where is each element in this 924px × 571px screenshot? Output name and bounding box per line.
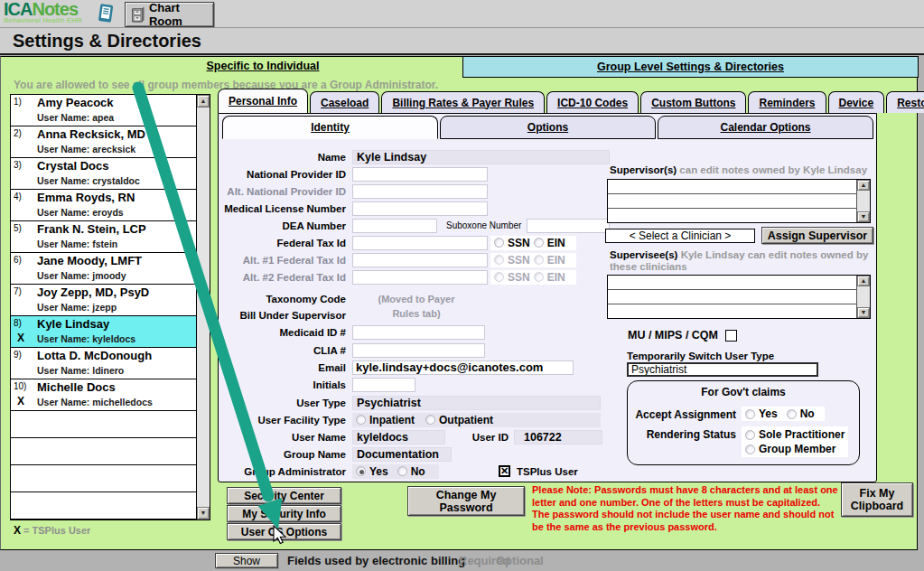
initials-input[interactable] [352,378,415,392]
subtab-identity[interactable]: Identity [222,116,438,139]
assign-supervisor-button[interactable]: Assign Supervisor [761,227,873,244]
group-admin-yes-radio[interactable] [356,466,366,476]
clia-row: CLIA # [223,342,485,358]
select-clinician-dropdown[interactable]: < Select a Clinician > [605,229,755,243]
user-type-label: User Type [223,398,346,408]
tab-restore-deleted[interactable]: Restore Deleted [886,91,924,113]
user-list-item[interactable]: 8)Kyle LindsayUser Name: kyleldocsX [11,316,196,348]
group-admin-no-radio[interactable] [397,466,407,476]
ssn-radio[interactable] [494,238,504,248]
scroll-down-icon[interactable]: ▼ [857,307,870,318]
bill-under-row: Bill Under Supervisor [223,307,352,323]
chart-room-button[interactable]: Chart Room [125,2,214,27]
accept-no-radio[interactable] [787,409,797,419]
medicaid-input[interactable] [352,325,485,340]
name-field[interactable]: Kyle Lindsay [352,150,610,164]
alt1-ein-radio[interactable] [534,255,544,265]
user-name-field[interactable]: kyleldocs [352,430,445,445]
user-list-item[interactable]: 6)Jane Moody, LMFTUser Name: jmoody [11,253,196,285]
outpatient-radio[interactable] [425,415,435,425]
npi-input[interactable] [352,167,488,182]
security-center-button[interactable]: Security Center [227,487,341,504]
subtab-options[interactable]: Options [440,116,656,139]
my-security-info-button[interactable]: My Security Info [227,505,341,522]
title-band: Settings & Directories [0,28,924,55]
taxonomy-label: Taxonomy Code [223,294,346,304]
tab-specific-to-individual[interactable]: Specific to Individual [73,60,453,72]
supervisor-listbox[interactable]: ▲ ▼ [607,179,871,223]
alt-npi-row: Alt. National Provider ID [223,183,488,199]
user-list-item[interactable]: 3)Crystal DocsUser Name: crystaldoc [11,158,196,190]
alt2-federal-tax-row: Alt. #2 Federal Tax Id SSN EIN [223,269,576,285]
scroll-up-icon[interactable]: ▲ [857,276,870,286]
moved-to-payer-note: (Moved to Payer Rules tab) [363,292,470,321]
fix-clipboard-button[interactable]: Fix My Clipboard [841,482,913,517]
dea-label: DEA Number [223,220,346,231]
tab-group-level-settings[interactable]: Group Level Settings & Directories [462,56,919,78]
alt-npi-input[interactable] [352,184,488,199]
scroll-down-icon[interactable]: ▼ [197,507,210,520]
user-list-empty-row[interactable] [11,411,196,438]
npi-row: National Provider ID [223,166,488,182]
tab-custom-buttons[interactable]: Custom Buttons [640,91,746,113]
scroll-down-icon[interactable]: ▼ [857,211,870,222]
alt1-ssn-radio[interactable] [494,255,504,265]
alt2-ssn-radio[interactable] [494,272,504,282]
user-cs-options-button[interactable]: User CS Options [227,523,341,540]
user-type-field[interactable]: Psychiatrist [352,396,601,410]
mu-mips-cqm-checkbox[interactable] [725,330,737,342]
group-member-radio[interactable] [745,445,755,454]
user-list-item[interactable]: 4)Emma Royds, RNUser Name: eroyds [11,190,196,221]
rendering-status-row: Rendering Status Sole Practitioner Group… [628,426,859,457]
supervisee-listbox[interactable]: ▲ ▼ [607,275,871,319]
icanotes-logo: ICANotes Behavioral Health EHR [4,1,117,27]
tab-personal-info[interactable]: Personal Info [218,89,308,113]
show-button[interactable]: Show [215,553,278,568]
user-list-item[interactable]: 9)Lotta D. McDonoughUser Name: ldinero [11,348,196,379]
medical-license-label: Medical License Number [223,203,346,214]
tab-icd-10-codes[interactable]: ICD-10 Codes [546,91,639,113]
change-password-button[interactable]: Change My Password [407,486,525,516]
tab-reminders[interactable]: Reminders [748,91,826,113]
tab-billing-rates-payer-rules[interactable]: Billing Rates & Payer Rules [381,91,545,113]
dea-input[interactable] [352,219,437,233]
user-list-item[interactable]: 5)Frank N. Stein, LCPUser Name: fstein [11,221,196,253]
medical-license-input[interactable] [352,201,488,216]
group-name-field[interactable]: Documentation [352,447,452,462]
user-list-number: 5) [14,223,22,233]
user-list-item[interactable]: 1)Amy PeacockUser Name: apea [11,95,196,126]
alt2-federal-tax-input[interactable] [352,270,488,285]
subtab-calendar-options[interactable]: Calendar Options [658,116,873,139]
user-list-scrollbar[interactable]: ▲ ▼ [196,95,210,520]
federal-tax-input[interactable] [352,236,488,250]
inpatient-radio[interactable] [356,415,366,425]
alt1-federal-tax-input[interactable] [352,253,488,267]
alt2-ein-radio[interactable] [534,272,544,282]
clia-input[interactable] [352,343,485,358]
ein-radio[interactable] [534,238,544,248]
user-list-item[interactable]: 2)Anna Recksick, MDUser Name: arecksick [11,126,196,158]
scroll-up-icon[interactable]: ▲ [197,95,210,108]
accept-yes-radio[interactable] [745,409,755,419]
switch-user-type-input[interactable] [627,362,818,377]
user-list-number: 2) [14,128,22,138]
user-list-name: Anna Recksick, MD [37,127,145,141]
medical-license-row: Medical License Number [223,201,488,216]
sole-practitioner-radio[interactable] [745,430,755,440]
suboxone-input[interactable] [527,219,610,233]
supervisees-heading: Supervisee(s) Kyle Lindsay can edit note… [610,249,885,273]
user-list-empty-row[interactable] [11,465,196,492]
supervisor-listbox-scrollbar[interactable]: ▲ ▼ [856,180,870,222]
supervisee-listbox-scrollbar[interactable]: ▲ ▼ [856,276,870,318]
tab-device[interactable]: Device [828,91,885,113]
tab-caseload[interactable]: Caseload [310,91,379,113]
user-list-item[interactable]: 7)Joy Zepp, MD, PsyDUser Name: jzepp [11,285,196,316]
tsplus-checkbox[interactable] [499,465,510,477]
scroll-up-icon[interactable]: ▲ [857,180,870,191]
user-list-empty-row[interactable] [11,438,196,465]
email-input[interactable] [352,360,574,375]
user-list-item[interactable]: 10)Michelle DocsUser Name: michelledocsX [11,379,196,411]
medicaid-row: Medicaid ID # [223,324,485,340]
user-list-empty-row[interactable] [11,492,196,520]
user-list: 1)Amy PeacockUser Name: apea2)Anna Recks… [10,94,210,520]
